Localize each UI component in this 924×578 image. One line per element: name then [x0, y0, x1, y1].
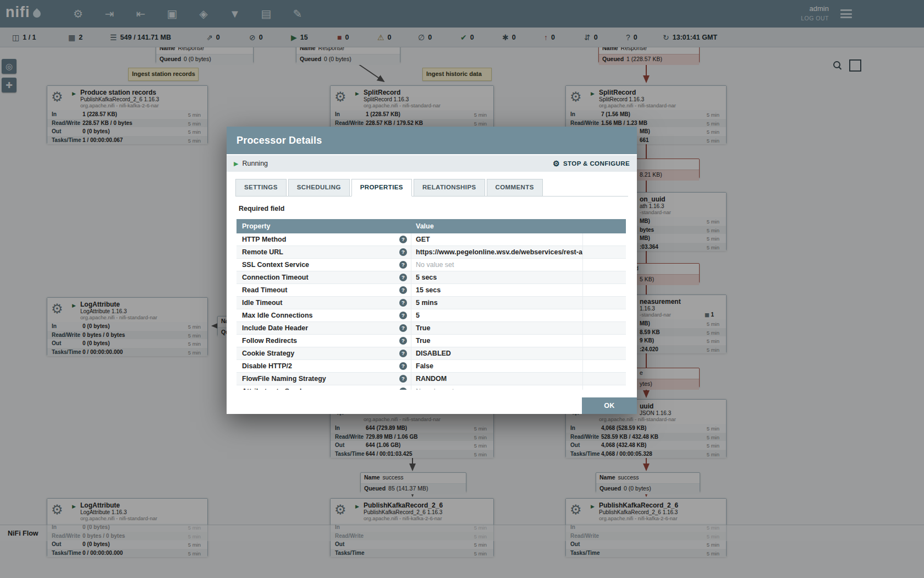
properties-table-header: Property Value: [237, 219, 626, 233]
processor-details-dialog: Processor Details ▶ Running ⚙ STOP & CON…: [227, 127, 637, 414]
property-name: FlowFile Naming Strategy: [242, 375, 326, 383]
property-value-unset: No value set: [411, 259, 583, 271]
run-status: ▶ Running: [234, 160, 268, 167]
property-value: GET: [411, 233, 583, 246]
property-row: SSL Context Service? No value set: [237, 259, 626, 271]
property-value: 15 secs: [411, 284, 583, 296]
tab-relationships[interactable]: RELATIONSHIPS: [414, 179, 485, 197]
required-field-note: Required field: [239, 205, 637, 212]
property-name: Disable HTTP/2: [242, 362, 292, 370]
dialog-tabs: SETTINGS SCHEDULING PROPERTIES RELATIONS…: [235, 179, 628, 197]
help-icon[interactable]: ?: [399, 350, 407, 357]
properties-table: Property Value HTTP Method? GET Remote U…: [237, 219, 626, 390]
property-value: 5 mins: [411, 297, 583, 309]
run-status-label: Running: [242, 160, 268, 167]
ok-button[interactable]: OK: [582, 397, 637, 414]
property-row: Remote URL? https://www.pegelonline.wsv.…: [237, 246, 626, 259]
help-icon[interactable]: ?: [399, 274, 407, 281]
property-row: Max Idle Connections? 5: [237, 309, 626, 322]
dialog-title: Processor Details: [227, 127, 637, 154]
property-row: HTTP Method? GET: [237, 233, 626, 246]
property-row: Idle Timeout? 5 mins: [237, 297, 626, 309]
help-icon[interactable]: ?: [399, 324, 407, 332]
property-name: Cookie Strategy: [242, 350, 294, 357]
tab-scheduling[interactable]: SCHEDULING: [288, 179, 350, 197]
property-name: Connection Timeout: [242, 274, 309, 281]
help-icon[interactable]: ?: [399, 248, 407, 256]
help-icon[interactable]: ?: [399, 261, 407, 269]
property-name: Include Date Header: [242, 324, 308, 332]
help-icon[interactable]: ?: [399, 236, 407, 243]
property-row: Follow Redirects? True: [237, 335, 626, 347]
dialog-status-strip: ▶ Running ⚙ STOP & CONFIGURE: [227, 155, 637, 172]
tab-comments[interactable]: COMMENTS: [487, 179, 543, 197]
property-name: Follow Redirects: [242, 337, 297, 345]
property-value: 5: [411, 309, 583, 321]
help-icon[interactable]: ?: [399, 312, 407, 319]
property-row: Disable HTTP/2? False: [237, 360, 626, 373]
property-name: HTTP Method: [242, 236, 286, 243]
help-icon[interactable]: ?: [399, 299, 407, 307]
property-name: Idle Timeout: [242, 299, 282, 307]
property-name: SSL Context Service: [242, 261, 309, 269]
help-icon[interactable]: ?: [399, 362, 407, 370]
property-value: True: [411, 322, 583, 334]
running-icon: ▶: [234, 160, 238, 167]
property-name: Max Idle Connections: [242, 312, 313, 319]
properties-table-rows: HTTP Method? GET Remote URL? https://www…: [237, 233, 626, 390]
column-property: Property: [237, 219, 411, 233]
property-value: True: [411, 335, 583, 347]
property-row: Cookie Strategy? DISABLED: [237, 347, 626, 360]
property-row: FlowFile Naming Strategy? RANDOM: [237, 373, 626, 385]
property-row: Connection Timeout? 5 secs: [237, 271, 626, 284]
tab-properties[interactable]: PROPERTIES: [351, 179, 412, 197]
help-icon[interactable]: ?: [399, 337, 407, 345]
property-value: RANDOM: [411, 373, 583, 385]
property-value: DISABLED: [411, 347, 583, 359]
property-value: https://www.pegelonline.wsv.de/webservic…: [411, 246, 583, 258]
help-icon[interactable]: ?: [399, 388, 407, 390]
property-row: Include Date Header? True: [237, 322, 626, 335]
stop-configure-label: STOP & CONFIGURE: [563, 160, 630, 167]
stop-and-configure-button[interactable]: ⚙ STOP & CONFIGURE: [553, 159, 630, 168]
property-name: Read Timeout: [242, 286, 287, 294]
property-value: 5 secs: [411, 271, 583, 283]
help-icon[interactable]: ?: [399, 286, 407, 294]
stop-configure-icon: ⚙: [553, 159, 560, 168]
property-value-unset: No value set: [411, 385, 583, 390]
column-value: Value: [411, 219, 583, 233]
property-row: Read Timeout? 15 secs: [237, 284, 626, 297]
property-value: False: [411, 360, 583, 372]
property-row: Attributes to Send? No value set: [237, 385, 626, 390]
property-name: Attributes to Send: [242, 388, 301, 390]
tab-settings[interactable]: SETTINGS: [235, 179, 287, 197]
help-icon[interactable]: ?: [399, 375, 407, 383]
property-name: Remote URL: [242, 248, 283, 256]
